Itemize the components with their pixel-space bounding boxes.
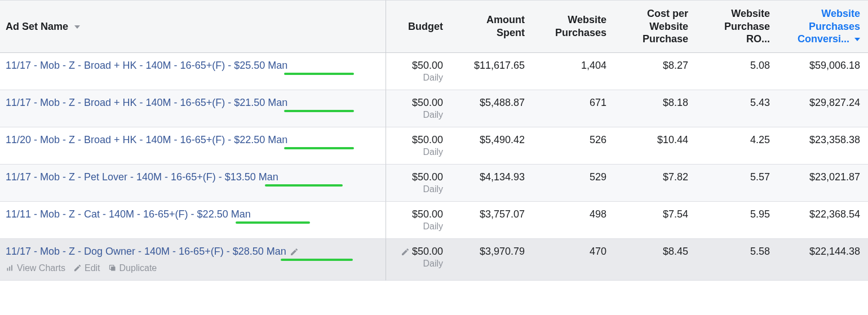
adset-name-link[interactable]: 11/17 - Mob - Z - Broad + HK - 140M - 16… xyxy=(6,97,287,111)
conv-value-cell: $23,021.87 xyxy=(778,165,868,202)
adset-name-cell[interactable]: 11/17 - Mob - Z - Broad + HK - 140M - 16… xyxy=(0,90,386,127)
adset-name-link[interactable]: 11/17 - Mob - Z - Dog Owner - 140M - 16-… xyxy=(6,246,286,260)
adset-name-prefix: 11/17 - Mob - Z - Broad + HK - 140M - 16… xyxy=(6,97,234,108)
adset-name-prefix: 11/17 - Mob - Z - Broad + HK - 140M - 16… xyxy=(6,60,234,71)
adset-name-cell[interactable]: 11/20 - Mob - Z - Broad + HK - 140M - 16… xyxy=(0,127,386,165)
purchases-cell: 526 xyxy=(533,127,614,165)
edit-button[interactable]: Edit xyxy=(73,263,100,273)
cpp-cell: $7.54 xyxy=(614,202,696,239)
sort-caret-icon[interactable] xyxy=(74,25,80,29)
budget-cell: $50.00Daily xyxy=(386,127,451,165)
budget-amount: $50.00 xyxy=(412,208,443,220)
adset-name-link[interactable]: 11/17 - Mob - Z - Broad + HK - 140M - 16… xyxy=(6,60,287,74)
svg-rect-1 xyxy=(9,267,10,271)
budget-period: Daily xyxy=(392,259,443,269)
amount-spent-cell: $5,488.87 xyxy=(451,90,533,127)
col-header-spent[interactable]: Amount Spent xyxy=(451,0,533,53)
adset-name-suffix: $25.50 Man xyxy=(234,60,287,71)
highlight-underline xyxy=(284,110,354,112)
purchases-cell: 529 xyxy=(533,165,614,202)
conv-value-cell: $22,144.38 xyxy=(778,239,868,281)
table-row[interactable]: 11/17 - Mob - Z - Dog Owner - 140M - 16-… xyxy=(0,239,868,281)
adset-name-prefix: 11/11 - Mob - Z - Cat - 140M - 16-65+(F)… xyxy=(6,208,197,220)
purchases-cell: 1,404 xyxy=(533,53,614,90)
amount-spent-cell: $3,757.07 xyxy=(451,202,533,239)
inline-edit-name-button[interactable] xyxy=(290,246,299,257)
adset-name-suffix: $21.50 Man xyxy=(234,97,287,108)
table-row[interactable]: 11/17 - Mob - Z - Broad + HK - 140M - 16… xyxy=(0,90,868,127)
table-row[interactable]: 11/17 - Mob - Z - Pet Lover - 140M - 16-… xyxy=(0,165,868,202)
budget-amount: $50.00 xyxy=(412,246,443,257)
conv-value-cell: $29,827.24 xyxy=(778,90,868,127)
inline-edit-budget-button[interactable] xyxy=(401,246,410,257)
roas-cell: 5.95 xyxy=(696,202,778,239)
budget-cell: $50.00Daily xyxy=(386,239,451,281)
roas-cell: 5.57 xyxy=(696,165,778,202)
budget-cell: $50.00Daily xyxy=(386,202,451,239)
adset-name-suffix: $13.50 Man xyxy=(225,171,278,183)
purchases-cell: 671 xyxy=(533,90,614,127)
edit-label: Edit xyxy=(85,263,100,273)
table-row[interactable]: 11/11 - Mob - Z - Cat - 140M - 16-65+(F)… xyxy=(0,202,868,239)
amount-spent-cell: $5,490.42 xyxy=(451,127,533,165)
roas-cell: 4.25 xyxy=(696,127,778,165)
highlight-underline xyxy=(284,147,354,149)
cpp-cell: $10.44 xyxy=(614,127,696,165)
col-header-name[interactable]: Ad Set Name xyxy=(0,0,386,53)
adset-name-prefix: 11/17 - Mob - Z - Pet Lover - 140M - 16-… xyxy=(6,171,225,183)
adset-name-link[interactable]: 11/11 - Mob - Z - Cat - 140M - 16-65+(F)… xyxy=(6,208,251,223)
budget-amount: $50.00 xyxy=(412,171,443,183)
cpp-cell: $8.18 xyxy=(614,90,696,127)
duplicate-button[interactable]: Duplicate xyxy=(108,263,157,273)
purchases-cell: 498 xyxy=(533,202,614,239)
col-header-conv[interactable]: Website Purchases Conversi... xyxy=(778,0,868,53)
col-header-budget[interactable]: Budget xyxy=(386,0,451,53)
budget-cell: $50.00Daily xyxy=(386,165,451,202)
table-row[interactable]: 11/20 - Mob - Z - Broad + HK - 140M - 16… xyxy=(0,127,868,165)
svg-rect-0 xyxy=(7,268,8,271)
adset-name-cell[interactable]: 11/17 - Mob - Z - Broad + HK - 140M - 16… xyxy=(0,53,386,90)
col-header-cpp[interactable]: Cost per Website Purchase xyxy=(614,0,696,53)
adset-table: Ad Set Name Budget Amount Spent Website … xyxy=(0,0,868,281)
col-header-purchases[interactable]: Website Purchases xyxy=(533,0,614,53)
budget-period: Daily xyxy=(392,221,443,232)
sort-caret-icon[interactable] xyxy=(854,38,860,41)
budget-cell: $50.00Daily xyxy=(386,53,451,90)
cpp-cell: $8.45 xyxy=(614,239,696,281)
adset-name-cell[interactable]: 11/17 - Mob - Z - Dog Owner - 140M - 16-… xyxy=(0,239,386,281)
col-header-roas[interactable]: Website Purchase RO... xyxy=(696,0,778,53)
conv-value-cell: $22,368.54 xyxy=(778,202,868,239)
table-row[interactable]: 11/17 - Mob - Z - Broad + HK - 140M - 16… xyxy=(0,53,868,90)
row-actions: View ChartsEditDuplicate xyxy=(6,263,378,273)
duplicate-label: Duplicate xyxy=(119,263,157,273)
view-charts-label: View Charts xyxy=(17,263,65,273)
budget-amount: $50.00 xyxy=(412,97,443,108)
header-row: Ad Set Name Budget Amount Spent Website … xyxy=(0,0,868,53)
conv-value-cell: $23,358.38 xyxy=(778,127,868,165)
amount-spent-cell: $11,617.65 xyxy=(451,53,533,90)
conv-value-cell: $59,006.18 xyxy=(778,53,868,90)
svg-rect-2 xyxy=(11,265,12,271)
budget-amount: $50.00 xyxy=(412,60,443,71)
budget-period: Daily xyxy=(392,73,443,83)
highlight-underline xyxy=(265,184,343,187)
adset-name-suffix: $22.50 Man xyxy=(234,134,287,145)
highlight-underline xyxy=(281,259,353,261)
col-header-name-label: Ad Set Name xyxy=(6,21,68,32)
adset-name-cell[interactable]: 11/17 - Mob - Z - Pet Lover - 140M - 16-… xyxy=(0,165,386,202)
roas-cell: 5.58 xyxy=(696,239,778,281)
budget-amount: $50.00 xyxy=(412,134,443,145)
adset-name-cell[interactable]: 11/11 - Mob - Z - Cat - 140M - 16-65+(F)… xyxy=(0,202,386,239)
budget-period: Daily xyxy=(392,147,443,157)
view-charts-button[interactable]: View Charts xyxy=(6,263,65,273)
budget-period: Daily xyxy=(392,110,443,120)
adset-name-prefix: 11/20 - Mob - Z - Broad + HK - 140M - 16… xyxy=(6,134,234,145)
highlight-underline xyxy=(284,73,354,75)
budget-cell: $50.00Daily xyxy=(386,90,451,127)
adset-name-suffix: $28.50 Man xyxy=(233,246,286,257)
adset-name-link[interactable]: 11/20 - Mob - Z - Broad + HK - 140M - 16… xyxy=(6,134,287,148)
adset-name-link[interactable]: 11/17 - Mob - Z - Pet Lover - 140M - 16-… xyxy=(6,171,278,185)
adset-name-prefix: 11/17 - Mob - Z - Dog Owner - 140M - 16-… xyxy=(6,246,233,257)
roas-cell: 5.43 xyxy=(696,90,778,127)
amount-spent-cell: $3,970.79 xyxy=(451,239,533,281)
